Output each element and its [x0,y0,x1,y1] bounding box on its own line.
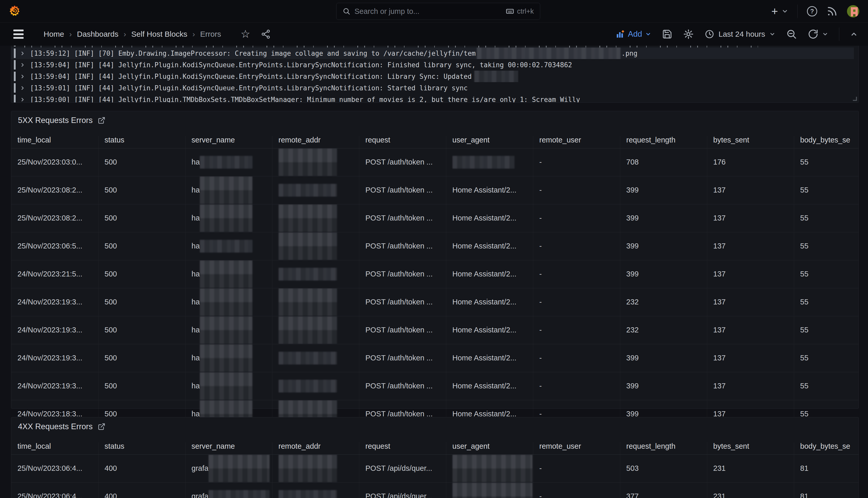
menu-hamburger-icon[interactable] [13,29,24,39]
panel-title[interactable]: 5XX Requests Errors [18,116,93,125]
expand-chevron-icon[interactable] [20,74,25,79]
refresh-button[interactable] [808,29,828,40]
column-header-user_agent[interactable]: user_agent [446,442,533,454]
dashboard-quick-actions: ☆ [241,23,271,46]
log-row-clipped-top[interactable] [11,46,854,48]
help-icon[interactable]: ? [807,6,817,16]
column-header-body_bytes_se[interactable]: body_bytes_se [794,442,858,454]
gear-icon [683,29,694,40]
panel-title[interactable]: 4XX Requests Errors [18,422,93,431]
redacted-value [452,455,532,482]
dashboard-settings-button[interactable] [683,29,694,40]
redacted-cell-prefix: ha [192,242,200,250]
cell-value: - [539,242,542,250]
add-panel-icon [615,29,625,39]
add-button[interactable]: Add [615,29,651,39]
column-header-remote_user[interactable]: remote_user [533,136,620,148]
external-link-icon[interactable] [98,423,105,431]
column-header-bytes_sent[interactable]: bytes_sent [707,136,794,148]
cell-value: 399 [626,270,639,278]
cell-remote_user: - [533,482,620,498]
cell-request_length: 377 [620,482,707,498]
expand-chevron-icon[interactable] [20,85,25,91]
column-header-request_length[interactable]: request_length [620,136,707,148]
column-header-request[interactable]: request [359,442,446,454]
new-button[interactable]: + [771,6,788,17]
cell-value: 81 [800,492,809,498]
cell-request: POST /auth/token ... [359,204,446,232]
column-header-server_name[interactable]: server_name [185,442,272,454]
column-header-remote_addr[interactable]: remote_addr [272,136,359,148]
user-avatar[interactable] [847,5,859,17]
save-icon [662,29,672,39]
cell-request: POST /auth/token ... [359,232,446,260]
cell-server_name: ha [185,260,272,288]
panel-resize-handle[interactable] [853,97,857,101]
cell-user_agent: Home Assistant/2... [446,204,533,232]
zoom-out-time-button[interactable] [786,29,797,40]
star-favorite-icon[interactable]: ☆ [241,29,250,40]
cell-value: 377 [626,492,639,498]
collapse-toolbar-button[interactable] [850,30,858,38]
column-header-bytes_sent[interactable]: bytes_sent [707,442,794,454]
cell-server_name: ha [185,204,272,232]
expand-chevron-icon[interactable] [20,62,25,68]
log-level-bar [14,49,16,58]
log-row-clipped-bottom[interactable]: [13:59:00] [INF] [44] Jellyfin.Plugin.TM… [11,94,854,103]
redacted-cell-prefix: ha [192,270,200,278]
news-rss-icon[interactable] [826,6,838,17]
log-text-suffix: .png [622,50,638,57]
cell-value: POST /auth/token ... [366,354,433,362]
external-link-icon[interactable] [98,117,105,124]
cell-value: 137 [713,270,725,278]
log-row[interactable]: [13:59:04] [INF] [44] Jellyfin.Plugin.Ko… [11,59,854,70]
clock-icon [705,29,714,39]
log-row[interactable]: [13:59:12] [INF] [70] Emby.Drawing.Image… [11,48,854,59]
table-row: 25/Nov/2023:08:2...500haPOST /auth/token… [11,176,858,204]
grafana-logo-icon[interactable] [9,5,21,18]
cell-value: 55 [800,186,809,194]
chevron-down-icon [782,8,788,15]
cell-server_name: grafa [185,482,272,498]
redacted-cell-prefix: grafa [192,492,208,498]
expand-chevron-icon[interactable] [20,97,25,102]
cell-status: 500 [98,344,185,372]
cell-request_length: 232 [620,316,707,344]
cell-status: 500 [98,288,185,316]
search-input[interactable]: Search or jump to... ctrl+k [336,3,540,20]
column-header-request_length[interactable]: request_length [620,442,707,454]
redacted-value [452,156,515,169]
time-range-label: Last 24 hours [718,30,765,39]
log-row[interactable]: [13:59:01] [INF] [44] Jellyfin.Plugin.Ko… [11,82,854,94]
cell-value: 137 [713,186,725,194]
breadcrumb-dashboards[interactable]: Dashboards [77,30,119,39]
cell-request: POST /auth/token ... [359,316,446,344]
column-header-status[interactable]: status [98,136,185,148]
column-header-body_bytes_se[interactable]: body_bytes_se [794,136,858,148]
column-header-request[interactable]: request [359,136,446,148]
table-row: 24/Nov/2023:19:3...500haPOST /auth/token… [11,316,858,344]
cell-remote_addr [272,316,359,344]
cell-status: 500 [98,232,185,260]
breadcrumb-home[interactable]: Home [44,30,64,39]
dashboard-toolbar: Home › Dashboards › Self Host Blocks › E… [0,23,868,46]
search-icon [343,8,350,15]
log-row[interactable]: [13:59:04] [INF] [44] Jellyfin.Plugin.Ko… [11,70,854,82]
column-header-server_name[interactable]: server_name [185,136,272,148]
column-header-user_agent[interactable]: user_agent [446,136,533,148]
time-range-picker[interactable]: Last 24 hours [705,29,775,39]
save-dashboard-button[interactable] [662,29,672,39]
log-level-bar [14,60,16,69]
expand-chevron-icon[interactable] [20,51,25,56]
column-header-remote_addr[interactable]: remote_addr [272,442,359,454]
chevron-down-icon[interactable] [822,31,828,37]
share-icon[interactable] [261,29,271,39]
column-header-status[interactable]: status [98,442,185,454]
breadcrumb-self-host-blocks[interactable]: Self Host Blocks [131,30,187,39]
cell-value: 24/Nov/2023:19:3... [17,298,82,306]
column-header-time_local[interactable]: time_local [11,136,98,148]
column-header-time_local[interactable]: time_local [11,442,98,454]
breadcrumb: Home › Dashboards › Self Host Blocks › E… [44,23,221,46]
column-header-remote_user[interactable]: remote_user [533,442,620,454]
redacted-value [208,490,270,498]
